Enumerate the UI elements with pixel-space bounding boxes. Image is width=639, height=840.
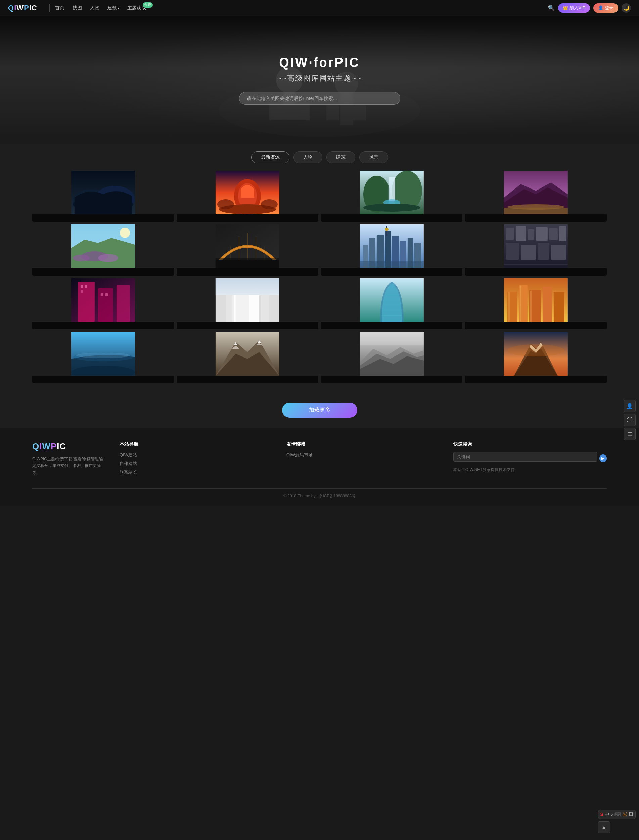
svg-rect-67 xyxy=(98,288,113,322)
float-menu-button[interactable]: ☰ xyxy=(623,428,636,440)
hero-search-input[interactable] xyxy=(239,92,400,105)
gallery-item[interactable] xyxy=(321,332,463,383)
footer-tech-note: 本站由QIW.NET独家提供技术支持 xyxy=(453,467,607,473)
svg-rect-97 xyxy=(359,332,423,346)
nav-divider xyxy=(49,4,50,12)
float-fullscreen-button[interactable]: ⛶ xyxy=(623,414,636,426)
svg-point-30 xyxy=(120,228,130,238)
navbar: QIWPIC 首页 找图 人物 建筑 主题获取 免费 🔍 👑 加入VIP 👤 登… xyxy=(0,0,639,16)
gallery-item[interactable] xyxy=(321,278,463,329)
footer-search-input[interactable] xyxy=(453,452,598,462)
svg-rect-70 xyxy=(84,285,87,288)
footer-description: QIWPIC主题/付费下载/查看/余额管理/自定义积分，集成支付、卡密、推广奖励… xyxy=(32,456,106,476)
svg-point-52 xyxy=(385,228,388,231)
footer-nav-title: 本站导航 xyxy=(119,441,273,447)
nav-links: 首页 找图 人物 建筑 主题获取 免费 xyxy=(55,5,548,11)
footer-nav-link-1[interactable]: QIW建站 xyxy=(119,452,273,458)
person-icon: 👤 xyxy=(598,5,603,10)
gallery-item[interactable] xyxy=(465,278,607,329)
gallery-row-3 xyxy=(32,278,607,329)
footer-nav-link-2[interactable]: 自作建站 xyxy=(119,461,273,467)
svg-rect-61 xyxy=(506,243,519,260)
gallery-item[interactable] xyxy=(32,225,174,276)
gallery-caption xyxy=(32,214,174,222)
svg-rect-72 xyxy=(101,293,103,296)
footer-friend-title: 友情链接 xyxy=(286,441,440,447)
gallery-row-4 xyxy=(32,332,607,383)
float-user-button[interactable]: 👤 xyxy=(623,400,636,412)
svg-rect-55 xyxy=(506,228,514,239)
gallery-caption xyxy=(176,322,318,329)
gallery-caption xyxy=(176,214,318,222)
svg-rect-88 xyxy=(508,292,510,322)
gallery-item[interactable] xyxy=(176,332,318,383)
svg-rect-63 xyxy=(537,243,549,260)
gallery-caption xyxy=(465,376,607,383)
gallery-item[interactable] xyxy=(321,225,463,276)
svg-rect-59 xyxy=(549,228,558,240)
svg-point-99 xyxy=(507,344,564,357)
dark-mode-toggle[interactable]: 🌙 xyxy=(622,3,631,13)
footer-brand: QIWPIC QIWPIC主题/付费下载/查看/余额管理/自定义积分，集成支付、… xyxy=(32,441,106,478)
vip-button[interactable]: 👑 加入VIP xyxy=(558,3,590,13)
svg-point-25 xyxy=(363,204,420,212)
gallery-item[interactable] xyxy=(32,332,174,383)
gallery-item[interactable] xyxy=(32,278,174,329)
svg-rect-68 xyxy=(116,285,130,322)
svg-rect-58 xyxy=(536,227,548,241)
footer-search-button[interactable]: ▶ xyxy=(599,454,607,462)
svg-point-33 xyxy=(73,255,90,261)
nav-logo: QIWPIC xyxy=(8,4,37,13)
hero-section: QIW·forPIC ~~高级图库网站主题~~ xyxy=(0,16,639,144)
load-more-section: 加载更多 xyxy=(0,396,639,428)
nav-theme[interactable]: 主题获取 免费 xyxy=(127,5,146,11)
gallery-caption xyxy=(321,214,463,222)
load-more-button[interactable]: 加载更多 xyxy=(282,403,357,418)
login-button[interactable]: 👤 登录 xyxy=(593,3,618,13)
nav-home[interactable]: 首页 xyxy=(55,5,65,11)
gallery-item[interactable] xyxy=(176,225,318,276)
nav-theme-badge: 免费 xyxy=(143,2,153,8)
gallery-item[interactable] xyxy=(465,171,607,222)
tab-people[interactable]: 人物 xyxy=(294,151,323,163)
gallery-caption xyxy=(321,322,463,329)
footer-nav-col: 本站导航 QIW建站 自作建站 联系站长 xyxy=(119,441,273,478)
tab-architecture[interactable]: 建筑 xyxy=(326,151,355,163)
hero-content: QIW·forPIC ~~高级图库网站主题~~ xyxy=(0,16,639,144)
gallery-caption xyxy=(465,214,607,222)
nav-people[interactable]: 人物 xyxy=(90,5,99,11)
tabs-bar: 最新资源 人物 建筑 风景 xyxy=(0,144,639,171)
nav-find[interactable]: 找图 xyxy=(73,5,82,11)
tab-scenery[interactable]: 风景 xyxy=(359,151,388,163)
gallery-caption xyxy=(321,376,463,383)
gallery-row-1 xyxy=(32,171,607,222)
gallery-item[interactable] xyxy=(176,171,318,222)
gallery-caption xyxy=(32,376,174,383)
svg-rect-89 xyxy=(520,285,521,322)
footer-friend-col: 友情链接 QIW源码市场 xyxy=(286,441,440,478)
tab-latest[interactable]: 最新资源 xyxy=(251,151,289,163)
svg-point-28 xyxy=(507,204,564,210)
svg-point-94 xyxy=(76,353,130,358)
footer-search-title: 快速搜索 xyxy=(453,441,607,447)
footer-friend-link-1[interactable]: QIW源码市场 xyxy=(286,452,440,458)
gallery-caption xyxy=(32,322,174,329)
gallery-caption xyxy=(32,268,174,276)
gallery-item[interactable] xyxy=(321,171,463,222)
gallery-caption xyxy=(176,376,318,383)
svg-rect-23 xyxy=(388,177,395,201)
crown-icon: 👑 xyxy=(563,5,568,10)
gallery-item[interactable] xyxy=(32,171,174,222)
footer-search-row: ▶ xyxy=(453,452,607,464)
svg-rect-69 xyxy=(81,285,83,288)
footer-nav-link-3[interactable]: 联系站长 xyxy=(119,469,273,475)
svg-rect-90 xyxy=(530,291,531,322)
gallery-item[interactable] xyxy=(465,225,607,276)
svg-point-32 xyxy=(98,254,118,262)
nav-architecture[interactable]: 建筑 xyxy=(108,5,119,11)
svg-rect-75 xyxy=(216,278,280,295)
gallery-item[interactable] xyxy=(465,332,607,383)
svg-rect-71 xyxy=(81,290,83,293)
search-icon[interactable]: 🔍 xyxy=(548,5,555,11)
gallery-item[interactable] xyxy=(176,278,318,329)
